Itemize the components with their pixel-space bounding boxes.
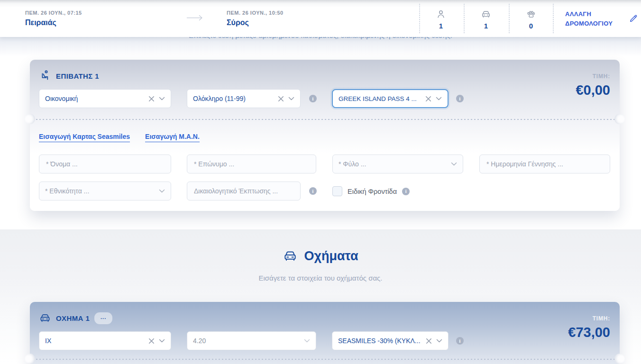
nationality-placeholder: * Εθνικότητα ... [45,187,159,195]
passenger-card-title: ΕΠΙΒΑΤΗΣ 1 [39,70,99,82]
pencil-icon[interactable] [629,14,638,23]
arrival-datetime: ΠΕΜ. 26 ΙΟΥΝ., 10:50 [227,10,284,16]
vehicle-length-select[interactable]: 4.20 [187,331,316,350]
info-icon[interactable]: i [402,188,410,195]
trip-header: ΠΕΜ. 26 ΙΟΥΝ., 07:15 Πειραιάς ΠΕΜ. 26 ΙΟ… [0,0,641,37]
gender-placeholder: * Φύλο ... [339,160,451,168]
vehicle-counter: 1 [474,9,498,30]
last-name-input[interactable] [187,155,316,173]
car-front-icon [283,248,298,264]
info-icon[interactable]: i [456,337,464,345]
seat-class-value: Οικονομική [45,95,144,102]
ticket-notch-left [25,114,35,124]
special-care-checkbox[interactable] [332,186,342,196]
x-icon[interactable] [148,338,155,344]
first-name-input[interactable] [39,155,171,173]
vehicle-length-value: 4.20 [193,337,300,345]
vehicle-type-select[interactable]: IX [39,331,171,350]
vehicle-card-title-label: ΟΧΗΜΑ 1 [56,314,90,322]
arrival-info: ΠΕΜ. 26 ΙΟΥΝ., 10:50 Σύρος [227,10,284,27]
chevron-down-icon[interactable] [304,339,310,343]
vehicle-discount-select[interactable]: SEASMILES -30% (ΚΥΚΛ... [332,331,449,350]
booking-page: Επιλέξτε θέση μεταξύ αριθμημένου καθίσμα… [0,0,641,364]
x-icon[interactable] [278,96,284,102]
vehicles-title: Οχήματα [304,249,358,264]
person-icon [436,13,446,21]
x-icon[interactable] [425,96,431,102]
arrival-port: Σύρος [227,18,284,27]
passenger-card-title-label: ΕΠΙΒΑΤΗΣ 1 [56,72,99,80]
price-label: ΤΙΜΗ: [568,315,610,322]
car-icon [481,13,491,21]
chevron-down-icon[interactable] [451,162,457,166]
discount-document-input[interactable] [187,182,301,200]
seasmiles-card-link[interactable]: Εισαγωγή Καρτας Seasmiles [39,133,130,142]
vehicle-card: ΟΧΗΜΑ 1 ... ΤΙΜΗ: €73,00 IX 4.20 SEASMIL… [30,302,620,364]
chevron-down-icon[interactable] [436,339,442,343]
pet-counter: 0 [519,9,543,30]
vehicles-heading: Οχήματα [0,248,641,264]
chevron-down-icon[interactable] [436,97,442,100]
arrow-right-icon [186,15,203,21]
car-front-icon [39,312,51,324]
vehicle-count: 1 [474,22,498,30]
seated-person-icon [39,70,51,82]
passenger-links-row: Εισαγωγή Καρτας Seasmiles Εισαγωγή M.A.N… [39,133,200,142]
ticket-perforation [33,359,617,360]
special-care-label: Ειδική Φροντίδα [348,188,397,195]
x-icon[interactable] [148,96,155,102]
gender-select[interactable]: * Φύλο ... [332,155,463,173]
info-icon[interactable]: i [456,95,464,102]
dotted-divider [419,4,420,33]
dotted-divider [509,4,510,33]
ticket-notch-left [25,354,35,364]
fare-value: GREEK ISLAND PASS 4 ... [339,95,421,102]
passenger-card: ΕΠΙΒΑΤΗΣ 1 ΤΙΜΗ: €0,00 Οικονομική Ολόκλη… [30,60,620,211]
departure-port: Πειραιάς [25,18,82,27]
passenger-selects-row: Οικονομική Ολόκληρο (11-99) i GREEK ISLA… [30,89,620,108]
passenger-counter: 1 [429,9,453,30]
x-icon[interactable] [426,338,432,344]
special-care-group: Ειδική Φροντίδα i [332,186,410,196]
ticket-notch-right [614,114,625,124]
ticket-perforation [33,119,617,120]
ellipsis-icon[interactable]: ... [94,312,112,324]
pet-count: 0 [519,22,543,30]
vehicle-card-title: ΟΧΗΜΑ 1 ... [39,312,112,324]
price-label: ΤΙΜΗ: [576,73,610,80]
change-route-button[interactable]: ΑΛΛΑΓΗ ΔΡΟΜΟΛΟΓΙΟΥ [565,9,626,28]
paw-icon [526,13,536,21]
vehicle-selects-row: IX 4.20 SEASMILES -30% (ΚΥΚΛ... i [30,331,620,350]
fare-select[interactable]: GREEK ISLAND PASS 4 ... [332,89,449,108]
passenger-count: 1 [429,22,453,30]
departure-datetime: ΠΕΜ. 26 ΙΟΥΝ., 07:15 [25,10,82,16]
chevron-down-icon[interactable] [288,97,294,100]
vehicle-discount-value: SEASMILES -30% (ΚΥΚΛ... [338,337,421,345]
chevron-down-icon[interactable] [159,97,165,100]
departure-info: ΠΕΜ. 26 ΙΟΥΝ., 07:15 Πειραιάς [25,10,82,27]
vehicles-subtitle: Εισάγετε τα στοιχεία του οχήματός σας. [0,274,641,282]
nationality-select[interactable]: * Εθνικότητα ... [39,182,171,200]
dotted-divider [464,4,465,33]
age-group-select[interactable]: Ολόκληρο (11-99) [187,89,301,108]
vehicle-type-value: IX [45,337,144,345]
man-link[interactable]: Εισαγωγή M.A.N. [145,133,200,142]
dotted-divider [553,4,554,33]
passenger-fields-row-2: * Εθνικότητα ... i Ειδική Φροντίδα i [30,182,620,200]
info-icon[interactable]: i [309,95,317,102]
header-shadow-band [0,37,641,60]
ticket-notch-right [614,354,625,364]
chevron-down-icon[interactable] [159,189,165,193]
birth-date-input[interactable] [479,155,610,173]
passenger-fields-row-1: * Φύλο ... [30,155,620,173]
chevron-down-icon[interactable] [159,339,165,343]
age-group-value: Ολόκληρο (11-99) [193,95,274,102]
info-icon[interactable]: i [309,187,317,195]
seat-class-select[interactable]: Οικονομική [39,89,171,108]
